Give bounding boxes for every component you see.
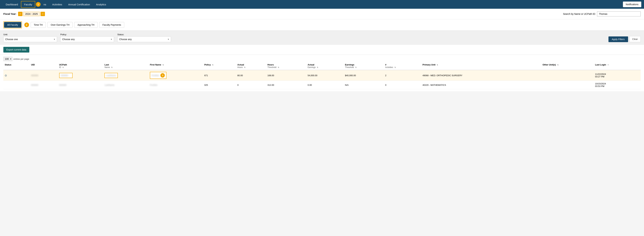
step-2-badge: 2 xyxy=(24,23,29,27)
cell-actual-hours-1: 80.00 xyxy=(236,70,266,81)
cell-status-1[interactable]: ⊙ xyxy=(3,70,30,81)
per-page-select[interactable]: 100 xyxy=(3,57,12,61)
sort-actual-earnings-icon[interactable]: ⇅ xyxy=(317,67,318,68)
cell-policy-1: 671 xyxy=(203,70,236,81)
cell-activities-2: 0 xyxy=(384,81,421,89)
fiscal-next-button[interactable]: > xyxy=(40,12,45,16)
status-select-wrapper: Choose any xyxy=(117,37,171,42)
sort-activities-icon[interactable]: ⇅ xyxy=(394,67,396,68)
cell-lastname-2: LastName xyxy=(103,81,148,89)
table-row: 000000 000000 LastName FirstNm 025 0 312… xyxy=(3,81,641,89)
filter-bar: Unit: Choose one Policy: Choose any Stat… xyxy=(0,31,644,45)
export-bar: Export current data xyxy=(0,45,644,55)
sort-primary-unit-icon[interactable]: ⇅ xyxy=(437,64,438,66)
policy-select[interactable]: Choose any xyxy=(60,37,114,42)
tab-all-faculty-wrapper: All Faculty xyxy=(3,21,22,28)
cell-uid-2: 000000 xyxy=(30,81,58,89)
search-area: Search by Name or UCPath ID: xyxy=(563,12,641,17)
col-header-hours-threshold: HoursThreshold ⇅ xyxy=(266,62,306,70)
clear-filters-button[interactable]: Clear xyxy=(630,36,641,42)
per-page-wrapper: 100 xyxy=(3,57,12,61)
export-button[interactable]: Export current data xyxy=(3,47,29,53)
status-filter-label: Status: xyxy=(117,33,171,36)
col-header-other-units: Other Unit(s) ⇅ xyxy=(541,62,594,70)
nav-activities[interactable]: Activities xyxy=(49,1,65,8)
nav-dashboard[interactable]: Dashboard xyxy=(3,1,21,8)
cell-hours-threshold-2: 312.00 xyxy=(266,81,306,89)
cell-earnings-threshold-2: N/A xyxy=(344,81,384,89)
policy-filter-label: Policy: xyxy=(60,33,114,36)
search-input[interactable] xyxy=(597,12,641,17)
col-header-primary-unit: Primary Unit ⇅ xyxy=(421,62,541,70)
table-section: 100 entries per page Status UID UCPathID… xyxy=(0,55,644,91)
tab-all-faculty[interactable]: All Faculty xyxy=(4,22,21,28)
pagination-row: 100 entries per page xyxy=(3,57,641,61)
col-header-policy: Policy ⇅ xyxy=(203,62,236,70)
cell-activities-1: 2 xyxy=(384,70,421,81)
tab-over-earnings-th[interactable]: Over Earnings TH xyxy=(48,22,72,28)
search-label: Search by Name or UCPath ID: xyxy=(563,13,596,15)
nav-faculty[interactable]: Faculty xyxy=(21,1,35,8)
firstname-highlighted-1: FirstNm 3 xyxy=(150,72,166,79)
sort-policy-icon[interactable]: ⇅ xyxy=(212,64,214,66)
cell-primary-unit-2: 40220 - MATHEMATICS xyxy=(421,81,541,89)
cell-earnings-threshold-1: $40,000.00 xyxy=(344,70,384,81)
policy-select-wrapper: Choose any xyxy=(60,37,114,42)
fiscal-prev-button[interactable]: < xyxy=(18,12,22,16)
notifications-button[interactable]: Notifications xyxy=(623,2,641,7)
nav-analytics[interactable]: Analytics xyxy=(93,1,109,8)
policy-filter-group: Policy: Choose any xyxy=(60,33,114,42)
col-header-ucpath-id: UCPathID ⇅ xyxy=(58,62,103,70)
cell-hours-threshold-1: 168.00 xyxy=(266,70,306,81)
col-header-num-activities: #Activities ⇅ xyxy=(384,62,421,70)
entries-label: entries per page xyxy=(14,58,29,60)
table-row: ⊙ 000000 000000 LastName FirstNm 3 xyxy=(3,70,641,81)
ucpath-highlighted-1: 000000 xyxy=(59,73,72,78)
col-header-status: Status xyxy=(3,62,30,70)
cell-firstname-2: FirstNm xyxy=(148,81,203,89)
col-header-last-name: LastName ⇅ xyxy=(103,62,148,70)
tab-approaching-th[interactable]: Approaching TH xyxy=(74,22,98,28)
cell-ucpath-1: 000000 xyxy=(58,70,103,81)
fiscal-year-label: Fiscal Year: xyxy=(3,13,16,15)
col-header-last-login: Last Login ▼ xyxy=(594,62,641,70)
step-3-badge: 3 xyxy=(160,73,165,78)
nav-ns[interactable]: ns xyxy=(40,1,49,8)
top-navigation: Dashboard Faculty 1 ns Activities Annual… xyxy=(0,0,644,9)
unit-select-wrapper: Choose one xyxy=(3,37,57,42)
status-icon-1[interactable]: ⊙ xyxy=(5,74,7,77)
sort-hours-threshold-icon[interactable]: ⇅ xyxy=(278,67,279,68)
status-filter-group: Status: Choose any xyxy=(117,33,171,42)
col-header-actual-hours: ActualHours ⇅ xyxy=(236,62,266,70)
tab-time-th[interactable]: Time TH xyxy=(31,22,46,28)
cell-actual-hours-2: 0 xyxy=(236,81,266,89)
cell-last-login-2: 10/15/202403:53 PM xyxy=(594,81,641,89)
cell-actual-earnings-1: 54,000.00 xyxy=(306,70,344,81)
unit-filter-label: Unit: xyxy=(3,33,57,36)
sort-first-name-icon[interactable]: ⇅ xyxy=(162,64,164,66)
cell-ucpath-2: 000000 xyxy=(58,81,103,89)
sort-actual-hours-icon[interactable]: ⇅ xyxy=(244,67,246,68)
apply-filters-button[interactable]: Apply Filters xyxy=(608,37,628,42)
col-header-actual-earnings: ActualEarnings ⇅ xyxy=(306,62,344,70)
sort-ucpath-icon[interactable]: ⇅ xyxy=(62,67,64,68)
cell-primary-unit-1: 49068 - MED: ORTHOPEDIC SURGERY xyxy=(421,70,541,81)
cell-other-units-1 xyxy=(541,70,594,81)
fiscal-year-text: 2024 - 2025 xyxy=(23,12,40,16)
lastname-highlighted-1: LastName xyxy=(104,73,118,78)
sort-earnings-threshold-icon[interactable]: ⇅ xyxy=(355,67,356,68)
faculty-table: Status UID UCPathID ⇅ LastName ⇅ First N… xyxy=(3,62,641,89)
sort-last-login-icon[interactable]: ▼ xyxy=(607,64,609,66)
sort-last-name-icon[interactable]: ⇅ xyxy=(111,67,112,68)
col-header-earnings-threshold: EarningsThreshold ⇅ xyxy=(344,62,384,70)
unit-select[interactable]: Choose one xyxy=(3,37,57,42)
cell-status-2 xyxy=(3,81,30,89)
nav-annual-certification[interactable]: Annual Certification xyxy=(65,1,93,8)
sort-other-units-icon[interactable]: ⇅ xyxy=(557,64,558,66)
tab-faculty-payments[interactable]: Faculty Payments xyxy=(99,22,124,28)
unit-filter-group: Unit: Choose one xyxy=(3,33,57,42)
cell-firstname-1: FirstNm 3 xyxy=(148,70,203,81)
filter-actions: Apply Filters Clear xyxy=(608,36,641,42)
status-select[interactable]: Choose any xyxy=(117,37,171,42)
cell-lastname-1: LastName xyxy=(103,70,148,81)
